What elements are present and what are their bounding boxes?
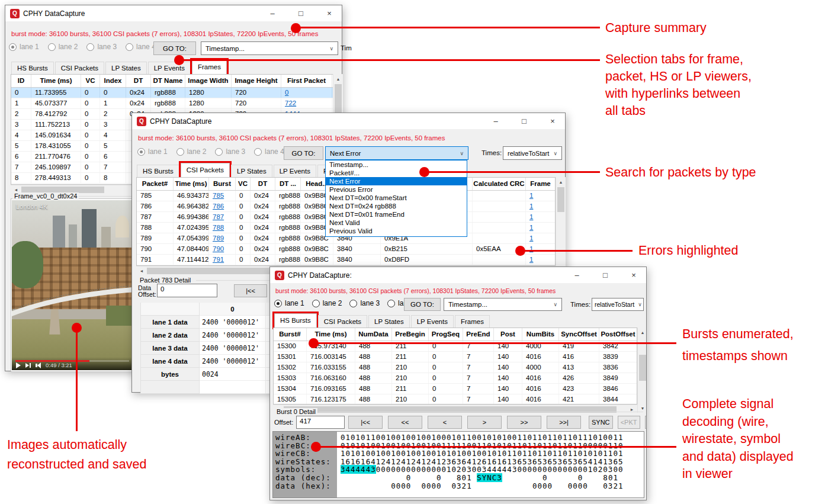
tab-lp-states[interactable]: LP States	[105, 62, 147, 74]
column-header[interactable]: ID	[11, 75, 31, 87]
nav-button[interactable]: <	[428, 416, 462, 429]
cell-hyperlink[interactable]: 1	[529, 256, 533, 263]
column-header[interactable]: VC	[236, 178, 251, 190]
close-icon[interactable]: ×	[317, 5, 342, 21]
table-row[interactable]: 15302716.0331554882100714040004133836	[274, 362, 637, 373]
cell-hyperlink[interactable]: 0	[285, 89, 288, 96]
lane-radio-1[interactable]: lane 1	[137, 147, 168, 156]
column-header[interactable]: Time (ms)	[174, 178, 209, 190]
goto-button[interactable]: GO TO:	[404, 298, 441, 311]
column-header[interactable]: VC	[81, 75, 100, 87]
goto-button[interactable]: GO TO:	[153, 41, 196, 55]
cell-hyperlink[interactable]: 791	[213, 256, 224, 263]
dropdown-option[interactable]: Previous Error	[326, 185, 467, 194]
dropdown-option[interactable]: Previous Valid	[326, 227, 467, 235]
goto-search-combobox[interactable]: Next Error ∨	[325, 146, 468, 160]
lane-radio-3[interactable]: lane 3	[86, 43, 117, 51]
column-header[interactable]: DT	[251, 178, 275, 190]
lane-radio-2[interactable]: lane 2	[48, 43, 78, 51]
column-header[interactable]: Burst#	[274, 328, 307, 341]
lane-radio-3[interactable]: lane 3	[349, 299, 380, 307]
cell-hyperlink[interactable]: 787	[213, 213, 224, 220]
dropdown-option[interactable]: Packet#...	[326, 169, 467, 177]
goto-button[interactable]: GO TO:	[284, 146, 323, 160]
close-icon[interactable]: ×	[621, 267, 646, 283]
cell-hyperlink[interactable]: 722	[285, 99, 296, 107]
table-row[interactable]: 15301716.0031454882110714040164163839	[274, 352, 637, 362]
titlebar[interactable]: Q CPHY DataCapture: – □ ×	[270, 267, 646, 284]
tab-hs-bursts[interactable]: HS Bursts	[137, 165, 179, 177]
dropdown-option[interactable]: Next DT=0x01 frameEnd	[326, 210, 467, 219]
cell-hyperlink[interactable]: 1	[529, 203, 533, 210]
table-row[interactable]: 15305716.1231754882100714040164213844	[274, 394, 637, 405]
column-header[interactable]: Post	[494, 328, 522, 341]
column-header[interactable]: PreBegin	[392, 328, 429, 341]
minimize-icon[interactable]: –	[564, 267, 589, 283]
lane-radio-4[interactable]: lane 4	[126, 43, 156, 51]
cell-hyperlink[interactable]: 785	[213, 192, 224, 199]
scroll-up-icon[interactable]: ▲	[556, 178, 566, 186]
lane-radio-4[interactable]: lane 4	[254, 147, 284, 156]
scroll-left-icon[interactable]: ◄	[137, 267, 146, 275]
tab-hs-bursts[interactable]: HS Bursts	[11, 62, 54, 74]
scroll-up-icon[interactable]: ▲	[333, 75, 343, 83]
maximize-icon[interactable]: □	[512, 113, 537, 129]
cell-hyperlink[interactable]: 790	[213, 245, 224, 252]
table-row[interactable]: 79147.11441279100x24rgb8880x9B8C38400xD8…	[137, 255, 555, 265]
times-combobox[interactable]: relativeToStart ∨	[503, 146, 562, 160]
goto-search-combobox[interactable]: Timestamp... ∨	[444, 298, 562, 311]
table-row[interactable]: 15303716.0631604882100714040164263849	[274, 373, 637, 384]
column-header[interactable]: SyncOffset	[559, 328, 599, 341]
cell-hyperlink[interactable]: 1	[529, 224, 533, 231]
goto-search-combobox[interactable]: Timestamp... ∨	[201, 41, 338, 55]
column-header[interactable]: Burst	[209, 178, 236, 190]
column-header[interactable]: PreEnd	[463, 328, 494, 341]
lane-radio-1[interactable]: lane 1	[9, 43, 39, 51]
cell-hyperlink[interactable]: 789	[213, 235, 224, 242]
column-header[interactable]: First Packet	[281, 75, 332, 87]
column-header[interactable]: Time (ms)	[31, 75, 81, 87]
column-header[interactable]: NumData	[355, 328, 392, 341]
next-icon[interactable]	[25, 363, 31, 368]
bursts-table-vscrollbar[interactable]: ▲ ▼	[637, 328, 647, 413]
nav-button[interactable]: <<	[388, 416, 422, 429]
tab-csi-packets[interactable]: CSI Packets	[181, 163, 230, 177]
cell-hyperlink[interactable]: 1	[529, 235, 533, 242]
tab-lp-events[interactable]: LP Events	[411, 315, 454, 328]
table-row[interactable]: 011.733955000x24rgb88812807200	[11, 88, 333, 98]
dropdown-option[interactable]: Next DT=0x00 frameStart	[326, 194, 467, 202]
tab-frames[interactable]: Frames	[455, 315, 490, 328]
nav-button[interactable]: >>	[507, 416, 541, 429]
tab-lp-events[interactable]: LP Events	[274, 165, 316, 177]
column-header[interactable]: Image Width	[185, 75, 232, 87]
times-combobox[interactable]: relativeToStart ∨	[592, 298, 644, 311]
dropdown-option[interactable]: Next Valid	[326, 219, 467, 227]
table-row[interactable]: 15304716.0931654882110714040164233846	[274, 384, 637, 394]
close-icon[interactable]: ×	[540, 113, 565, 129]
play-icon[interactable]	[16, 362, 21, 368]
nav-button[interactable]: |<<	[234, 284, 267, 297]
tab-hs-bursts[interactable]: HS Bursts	[274, 313, 317, 328]
column-header[interactable]: Packet#	[137, 178, 174, 190]
column-header[interactable]: Frame	[526, 178, 556, 190]
dropdown-option[interactable]: Next DT=0x24 rgb888	[326, 202, 467, 210]
tab-frames[interactable]: Frames	[192, 60, 227, 74]
table-row[interactable]: 79047.08440979000x24rgb8880x9B8C38400xB2…	[137, 244, 555, 255]
nav-button[interactable]: >>|	[547, 416, 581, 429]
column-header[interactable]: PostOffset	[599, 328, 637, 341]
dropdown-option[interactable]: Timestamp...	[326, 160, 467, 169]
column-header[interactable]: DT	[126, 75, 151, 87]
tab-lp-states[interactable]: LP States	[368, 315, 410, 328]
tab-lp-events[interactable]: LP Events	[148, 62, 191, 74]
offset-input[interactable]: 417	[296, 416, 345, 429]
maximize-icon[interactable]: □	[288, 5, 313, 21]
volume-icon[interactable]	[36, 362, 41, 368]
column-header[interactable]: Index	[100, 75, 126, 87]
table-row[interactable]: 145.073377010x24rgb8881280720722	[11, 98, 333, 109]
data-offset-input[interactable]: 0	[157, 284, 217, 297]
lane-radio-2[interactable]: lane 2	[312, 299, 342, 307]
nav-button[interactable]: PKT>	[645, 416, 647, 429]
column-header[interactable]: Image Height	[232, 75, 281, 87]
tab-csi-packets[interactable]: CSI Packets	[318, 315, 367, 328]
cell-hyperlink[interactable]: 788	[213, 224, 224, 231]
